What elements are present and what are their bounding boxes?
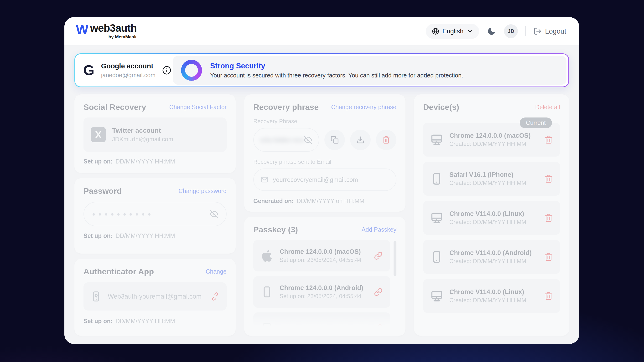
device-created-date: Created: DD/MM/YYY HH:MM [449, 180, 526, 186]
recovery-email-value: yourrecoveryemail@gmail.com [273, 176, 358, 184]
recovery-phrase-input[interactable]: w3a hidden recovery phrase [253, 128, 319, 152]
top-header: W web3auth by MetaMask English JD [64, 17, 579, 45]
passkey-title: Passkey (3) [253, 225, 298, 234]
change-authenticator-link[interactable]: Change [206, 268, 226, 275]
account-security-banner: G Google account janedoe@gmail.com Stron… [74, 53, 569, 87]
link-icon[interactable] [374, 288, 382, 296]
device-name: Chrome V114.0.0 (Android) [449, 249, 532, 257]
device-name: Chrome V114.0.0 (Linux) [449, 288, 526, 296]
desktop-icon [430, 290, 443, 303]
recovery-email-input[interactable]: yourrecoveryemail@gmail.com [253, 168, 396, 191]
provider-email: janedoe@gmail.com [101, 72, 156, 79]
recovery-phrase-card: Recovery phrase Change recovery phrase R… [244, 94, 406, 212]
device-row: Chrome V114.0.0 (Android) Created: DD/MM… [423, 240, 560, 274]
passkey-list: Chrome 124.0.0.0 (macOS) Set up on: 23/0… [253, 240, 396, 329]
trash-icon[interactable] [544, 135, 553, 144]
passkey-device-name: Chrome 124.0.0.0 (macOS) [280, 248, 361, 256]
header-divider [526, 26, 526, 36]
device-name: Chrome V114.0.0 (Linux) [449, 210, 526, 218]
device-row: Current Chrome 124.0.0.0 (macOS) Created… [423, 123, 560, 157]
twitter-account-title: Twitter account [112, 127, 173, 134]
passkey-scrollbar[interactable] [394, 241, 396, 276]
device-list: Current Chrome 124.0.0.0 (macOS) Created… [423, 123, 560, 313]
unlink-icon[interactable] [211, 292, 220, 301]
authenticator-phone-icon [91, 291, 102, 302]
devices-card: Device(s) Delete all Current Chrome 124.… [414, 94, 569, 336]
password-masked-value: ●●●●●●●●●● [92, 211, 154, 217]
device-created-date: Created: DD/MM/YYY HH:MM [449, 297, 526, 304]
generated-on-line: Generated on:DD/MM/YYYY on HH:MM [253, 198, 396, 204]
social-setup-date: Set up on:DD/MM/YYYY HH:MM [84, 158, 226, 165]
password-input[interactable]: ●●●●●●●●●● [84, 202, 226, 226]
info-icon[interactable] [162, 66, 171, 75]
logout-label: Logout [545, 27, 566, 35]
trash-icon[interactable] [544, 214, 553, 222]
password-title: Password [84, 186, 122, 196]
device-created-date: Created: DD/MM/YYY HH:MM [449, 141, 531, 147]
device-name: Chrome 124.0.0.0 (macOS) [449, 132, 531, 139]
devices-title: Device(s) [423, 102, 459, 112]
change-social-factor-link[interactable]: Change Social Factor [169, 104, 226, 111]
passkey-device-name: Chrome 124.0.0.0 (Android) [280, 284, 363, 292]
recovery-email-label: Recovery phrase sent to Email [253, 158, 396, 165]
mail-icon [261, 176, 268, 183]
avatar[interactable]: JD [504, 24, 518, 38]
passkey-setup-date: Set up on: 23/05/2024, 04:55:44 [280, 293, 363, 300]
trash-icon[interactable] [544, 253, 553, 261]
device-name: Safari V16.1 (iPhone) [449, 171, 526, 178]
passkey-card: Passkey (3) Add Passkey Chrome 124.0.0.0… [244, 217, 406, 336]
trash-icon[interactable] [544, 174, 553, 183]
authenticator-setup-date: Set up on:DD/MM/YYYY HH:MM [84, 318, 226, 325]
add-passkey-link[interactable]: Add Passkey [362, 226, 396, 233]
copy-phrase-button[interactable] [324, 130, 345, 150]
tablet-icon [261, 322, 273, 329]
security-level-description: Your account is secured with three recov… [210, 72, 463, 79]
globe-icon [432, 28, 439, 35]
recovery-phrase-title: Recovery phrase [253, 102, 319, 112]
download-icon [356, 136, 364, 144]
trash-icon[interactable] [544, 292, 553, 300]
apple-icon [261, 250, 273, 262]
security-level-section: Strong Security Your account is secured … [173, 56, 566, 85]
change-recovery-phrase-link[interactable]: Change recovery phrase [331, 104, 396, 111]
factors-grid: Social Recovery Change Social Factor X T… [74, 94, 569, 336]
eye-off-icon[interactable] [304, 136, 312, 144]
link-icon[interactable] [374, 251, 382, 260]
passkey-item: Chrome 124.0.0.0 (Android) Set up on: 23… [253, 276, 390, 308]
dashboard-window: W web3auth by MetaMask English JD [64, 17, 579, 344]
eye-off-icon[interactable] [210, 210, 218, 218]
google-icon: G [83, 63, 94, 77]
delete-phrase-button[interactable] [376, 130, 396, 150]
dark-mode-toggle[interactable] [487, 26, 496, 36]
download-phrase-button[interactable] [350, 130, 371, 150]
smartphone-icon [430, 172, 443, 185]
link-icon[interactable] [374, 324, 382, 329]
logout-button[interactable]: Logout [534, 27, 566, 35]
language-selector[interactable]: English [426, 24, 480, 39]
device-created-date: Created: DD/MM/YYY HH:MM [449, 219, 526, 225]
device-row: Chrome V114.0.0 (Linux) Created: DD/MM/Y… [423, 279, 560, 313]
trash-icon [382, 136, 390, 144]
security-level-title: Strong Security [210, 62, 463, 70]
delete-all-devices-link[interactable]: Delete all [535, 104, 560, 111]
device-row: Chrome V114.0.0 (Linux) Created: DD/MM/Y… [423, 201, 560, 235]
login-provider-section: G Google account janedoe@gmail.com [77, 56, 173, 85]
social-recovery-card: Social Recovery Change Social Factor X T… [74, 94, 236, 173]
passkey-setup-date: Set up on: 23/05/2024, 04:55:44 [280, 257, 361, 263]
smartphone-icon [261, 286, 273, 298]
recovery-phrase-hidden-value: w3a hidden recovery phrase [260, 137, 304, 143]
web3auth-logo-mark: W [76, 23, 88, 35]
device-created-date: Created: DD/MM/YYY HH:MM [449, 258, 532, 265]
password-setup-date: Set up on:DD/MM/YYYY HH:MM [84, 232, 226, 239]
logout-icon [534, 27, 542, 35]
change-password-link[interactable]: Change password [178, 188, 226, 194]
passkey-item: Chrome 124.0.0.0 (macOS) Set up on: 23/0… [253, 240, 390, 272]
content-area: G Google account janedoe@gmail.com Stron… [64, 45, 579, 344]
authenticator-title: Authenticator App [84, 267, 154, 276]
social-recovery-title: Social Recovery [84, 102, 146, 112]
passkey-item: Rome 24.456.355.98 [253, 313, 390, 329]
recovery-phrase-label: Recovery Phrase [253, 118, 396, 125]
authenticator-account: Web3auth-youremail@gmal.com [108, 293, 202, 300]
page-background: W web3auth by MetaMask English JD [0, 0, 644, 362]
header-controls: English JD Logout [426, 24, 566, 39]
